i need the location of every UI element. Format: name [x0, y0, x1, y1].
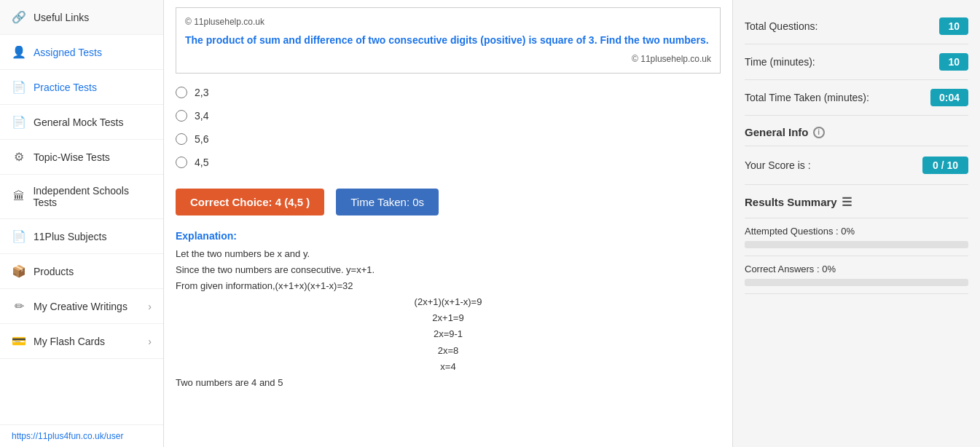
exp-line-3: From given information,(x+1+x)(x+1-x)=32	[176, 278, 721, 294]
sidebar-item-practice-tests[interactable]: 📄 Practice Tests	[0, 70, 163, 105]
total-questions-badge: 10	[939, 17, 968, 35]
list-icon: ☰	[842, 195, 852, 209]
sidebar: 🔗 Useful Links 👤 Assigned Tests 📄 Practi…	[0, 0, 164, 447]
exp-line-4: (2x+1)(x+1-x)=9	[176, 294, 721, 310]
exp-line-2: Since the two numbers are consecutive. y…	[176, 262, 721, 278]
option-label-3: 5,6	[195, 133, 208, 145]
total-time-taken-badge: 0:04	[930, 89, 968, 106]
time-minutes-label: Time (minutes):	[745, 56, 815, 68]
sidebar-item-independent-schools-tests[interactable]: 🏛 Independent Schools Tests	[0, 175, 163, 219]
sidebar-item-label: Assigned Tests	[34, 47, 102, 58]
sidebar-item-11plus-subjects[interactable]: 📄 11Plus Subjects	[0, 219, 163, 254]
total-time-taken-row: Total Time Taken (minutes): 0:04	[745, 80, 968, 116]
explanation-text: Let the two numbers be x and y. Since th…	[176, 246, 721, 294]
radio-opt3[interactable]	[176, 133, 187, 145]
time-minutes-badge: 10	[939, 53, 968, 71]
chevron-right-icon: ›	[148, 301, 152, 312]
results-summary-label: Results Summary	[745, 196, 837, 208]
explanation-conclusion: Two numbers are 4 and 5	[176, 375, 721, 391]
exp-line-5: 2x+1=9	[176, 310, 721, 326]
general-info-header: General Info i	[745, 116, 968, 146]
box-icon: 📦	[12, 264, 26, 278]
sidebar-item-assigned-tests[interactable]: 👤 Assigned Tests	[0, 35, 163, 70]
attempted-questions-section: Attempted Questions : 0%	[745, 218, 968, 256]
explanation-title: Explanation:	[176, 230, 721, 242]
explanation-math: (2x+1)(x+1-x)=9 2x+1=9 2x=9-1 2x=8 x=4	[176, 294, 721, 374]
sidebar-item-my-creative-writings[interactable]: ✏ My Creative Writings ›	[0, 289, 163, 324]
sidebar-item-label: Products	[34, 266, 74, 277]
sidebar-item-useful-links[interactable]: 🔗 Useful Links	[0, 0, 163, 35]
radio-opt2[interactable]	[176, 110, 187, 122]
answer-option-4[interactable]: 4,5	[164, 151, 732, 174]
sidebar-item-label: General Mock Tests	[34, 116, 123, 128]
user-icon: 👤	[12, 45, 26, 59]
exp-line-9: Two numbers are 4 and 5	[176, 375, 721, 391]
answer-option-2[interactable]: 3,4	[164, 104, 732, 127]
sidebar-item-products[interactable]: 📦 Products	[0, 254, 163, 289]
card-icon: 💳	[12, 334, 26, 348]
link-icon: 🔗	[12, 10, 26, 24]
total-questions-label: Total Questions:	[745, 20, 818, 32]
exp-line-6: 2x=9-1	[176, 326, 721, 342]
sidebar-item-label: My Flash Cards	[34, 336, 105, 347]
sidebar-item-label: Practice Tests	[34, 82, 97, 93]
option-label-4: 4,5	[195, 157, 208, 168]
sidebar-item-label: 11Plus Subjects	[34, 231, 106, 242]
sidebar-item-my-flash-cards[interactable]: 💳 My Flash Cards ›	[0, 324, 163, 359]
question-box: © 11plusehelp.co.uk The product of sum a…	[176, 7, 721, 74]
question-text: The product of sum and difference of two…	[185, 33, 711, 48]
sidebar-item-general-mock-tests[interactable]: 📄 General Mock Tests	[0, 105, 163, 140]
info-icon: i	[813, 127, 825, 138]
exp-line-7: 2x=8	[176, 343, 721, 359]
your-score-badge: 0 / 10	[922, 157, 968, 174]
your-score-label: Your Score is :	[745, 159, 811, 171]
gear-icon: ⚙	[12, 150, 26, 164]
time-taken-button: Time Taken: 0s	[336, 189, 439, 215]
building-icon: 🏛	[12, 190, 26, 203]
main-content: © 11plusehelp.co.uk The product of sum a…	[164, 0, 732, 447]
chevron-right-icon2: ›	[148, 336, 152, 347]
pencil-icon: ✏	[12, 299, 26, 313]
sidebar-item-label: Useful Links	[34, 12, 89, 23]
explanation-section: Explanation: Let the two numbers be x an…	[164, 224, 732, 403]
correct-choice-button: Correct Choice: 4 (4,5 )	[176, 189, 324, 215]
radio-opt4[interactable]	[176, 157, 187, 168]
answer-option-3[interactable]: 5,6	[164, 127, 732, 151]
sidebar-item-label: My Creative Writings	[34, 301, 128, 312]
document-icon: 📄	[12, 80, 26, 94]
results-summary-header: Results Summary ☰	[745, 185, 968, 218]
option-label-1: 2,3	[195, 87, 208, 98]
answer-option-1[interactable]: 2,3	[164, 81, 732, 104]
document-icon2: 📄	[12, 115, 26, 129]
question-copyright: © 11plusehelp.co.uk	[185, 17, 711, 27]
right-panel: Total Questions: 10 Time (minutes): 10 T…	[732, 0, 980, 447]
total-time-taken-label: Total Time Taken (minutes):	[745, 92, 869, 103]
time-minutes-row: Time (minutes): 10	[745, 44, 968, 80]
total-questions-row: Total Questions: 10	[745, 9, 968, 44]
correct-answers-label: Correct Answers : 0%	[745, 264, 968, 274]
sidebar-item-label: Independent Schools Tests	[33, 185, 152, 208]
book-icon: 📄	[12, 229, 26, 243]
general-info-label: General Info	[745, 126, 809, 138]
correct-answers-bar-bg	[745, 279, 968, 286]
sidebar-item-label: Topic-Wise Tests	[34, 151, 110, 163]
option-label-2: 3,4	[195, 110, 208, 122]
correct-answers-section: Correct Answers : 0%	[745, 256, 968, 294]
attempted-questions-bar-bg	[745, 241, 968, 248]
exp-line-8: x=4	[176, 359, 721, 375]
answer-footer: Correct Choice: 4 (4,5 ) Time Taken: 0s	[164, 180, 732, 224]
exp-line-1: Let the two numbers be x and y.	[176, 246, 721, 262]
sidebar-item-topic-wise-tests[interactable]: ⚙ Topic-Wise Tests	[0, 140, 163, 175]
question-footer-copyright: © 11plusehelp.co.uk	[185, 54, 711, 64]
attempted-questions-label: Attempted Questions : 0%	[745, 226, 968, 237]
score-row: Your Score is : 0 / 10	[745, 146, 968, 185]
radio-opt1[interactable]	[176, 87, 187, 98]
bottom-link[interactable]: https://11plus4fun.co.uk/user	[0, 424, 163, 447]
